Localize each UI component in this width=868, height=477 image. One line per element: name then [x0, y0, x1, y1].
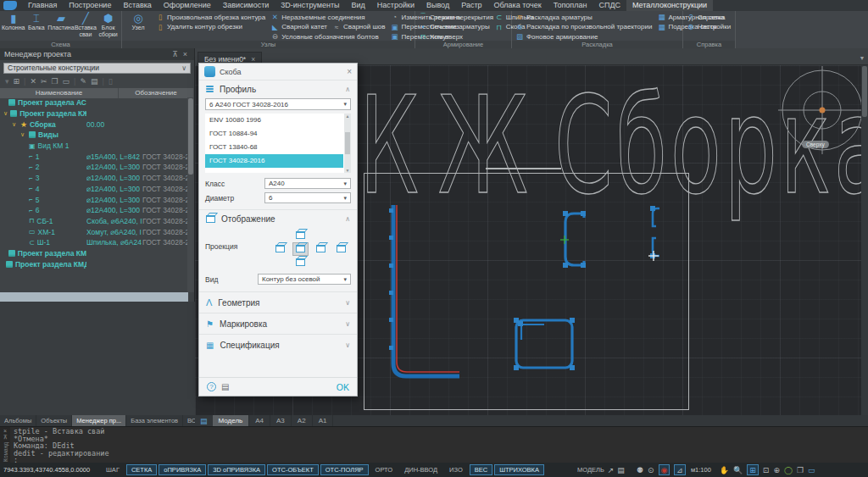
dialog-titlebar[interactable]: Скоба ×: [199, 64, 357, 80]
copy-icon[interactable]: ❐: [52, 77, 58, 86]
expand-icon[interactable]: ∨: [20, 131, 26, 138]
dialog-close-icon[interactable]: ×: [347, 67, 352, 76]
toggle-otrack-object[interactable]: ОТС-ОБЪЕКТ: [267, 464, 319, 475]
plate-button[interactable]: ▰Пластина: [47, 12, 74, 41]
tree-vertical-scrollbar[interactable]: [187, 97, 194, 292]
tree-row[interactable]: ⌐5⌀12А400, L=300ГОСТ 34028-2016: [0, 194, 187, 205]
collapse-icon[interactable]: ∧: [345, 215, 350, 223]
tab-spds[interactable]: СПДС: [593, 0, 626, 11]
beam-button[interactable]: ⌶Балка: [25, 12, 48, 41]
tree-row[interactable]: Проект раздела КМ: [0, 248, 187, 259]
bolt-symbols-button[interactable]: ⊖Условные обозначения болтов: [270, 32, 385, 42]
dialog-help-icon[interactable]: ?: [207, 382, 216, 391]
tab-a4[interactable]: А4: [249, 415, 270, 426]
tab-model[interactable]: Модель: [213, 415, 250, 426]
expand-icon[interactable]: ∨: [12, 121, 18, 128]
diameter-select[interactable]: 6▾: [264, 192, 351, 203]
list-item-selected[interactable]: ГОСТ 34028-2016: [205, 154, 343, 168]
sheet-icon[interactable]: ▤: [617, 466, 625, 474]
list-item[interactable]: ГОСТ 13840-68: [205, 141, 343, 154]
toggle-dyn-input[interactable]: ДИН-ВВОД: [399, 464, 442, 475]
window-icon[interactable]: ⊞: [14, 77, 20, 86]
weld-leg-button[interactable]: ◣Сварной катет: [270, 23, 327, 32]
toggle-otrack-polar[interactable]: ОТС-ПОЛЯР: [320, 464, 369, 475]
tree-row[interactable]: Проект раздела КМД: [0, 258, 187, 269]
tab-objects[interactable]: Объекты: [36, 415, 72, 426]
tree-row[interactable]: ⊓СБ-1Скоба, ⌀6А240, IГОСТ 34028-2016: [0, 216, 187, 227]
tab-list-dropdown-icon[interactable]: ▼: [856, 52, 868, 65]
tree-row[interactable]: ∨Проект раздела КЖ: [0, 108, 187, 119]
tab-vid[interactable]: Вид: [346, 0, 371, 11]
section-profile[interactable]: Профиль ∧: [199, 80, 357, 97]
collapse-icon[interactable]: ∧: [345, 86, 350, 93]
tab-zavisimosti[interactable]: Зависимости: [217, 0, 275, 11]
expand-icon[interactable]: ∨: [345, 341, 350, 349]
section-specification[interactable]: ▦ Спецификация ∨: [199, 334, 357, 355]
tree-row[interactable]: ⊂Ш-1Шпилька, ⌀6А24ГОСТ 34028-2016: [0, 237, 187, 248]
stirrup-button[interactable]: ⊓Хомут: [419, 32, 490, 42]
tree-row[interactable]: ⌐1⌀15А400, L=842ГОСТ 34028-2016: [0, 151, 187, 162]
save-settings-icon[interactable]: ▤: [221, 382, 229, 391]
tree-row[interactable]: ▭ХМ-1Хомут, ⌀6А240, IГОСТ 34028-2016: [0, 226, 187, 237]
zoom-extents-icon[interactable]: ⊡: [763, 466, 770, 474]
tab-albums[interactable]: Альбомы: [0, 415, 36, 426]
tree-row[interactable]: ▣Вид КМ 1: [0, 141, 187, 152]
toggle-ortho[interactable]: ОРТО: [370, 464, 398, 475]
expand-icon[interactable]: ∨: [3, 110, 8, 117]
cascade-windows-icon[interactable]: ❐: [797, 466, 804, 474]
expand-icon[interactable]: ∨: [345, 320, 350, 328]
tab-metallokonstrukcii[interactable]: Металлоконструкции: [626, 0, 713, 11]
settings-button[interactable]: ⚙Настройки: [687, 23, 731, 32]
projection-right-icon[interactable]: [313, 242, 329, 256]
dropdown-icon[interactable]: ▾: [5, 77, 9, 86]
tab-topoplan[interactable]: Топоплан: [548, 0, 593, 11]
tree-row[interactable]: ∨Виды: [0, 130, 187, 141]
tab-a1[interactable]: А1: [313, 415, 334, 426]
assembly-block-button[interactable]: ⬢Блок сборки: [97, 12, 120, 41]
list-item[interactable]: ГОСТ 10884-94: [205, 127, 343, 141]
view-select[interactable]: Контур без осевой▾: [258, 274, 351, 285]
lightbulb-icon[interactable]: ⊙: [648, 466, 654, 474]
tree-row[interactable]: Проект раздела АС: [0, 97, 187, 108]
sheet-icon[interactable]: ▤: [195, 417, 213, 425]
section-display[interactable]: Отображение ∧: [199, 209, 357, 227]
tree-row[interactable]: ⌐2⌀12А400, L=300ГОСТ 34028-2016: [0, 162, 187, 173]
projection-front-icon-selected[interactable]: [292, 242, 309, 256]
tab-postroenie[interactable]: Построение: [63, 0, 117, 11]
project-type-combobox[interactable]: Строительные конструкции∨: [3, 63, 191, 74]
profile-combobox[interactable]: 6 А240 ГОСТ 34028-2016▾: [205, 98, 351, 110]
tab-vyvod[interactable]: Вывод: [420, 0, 455, 11]
column-button[interactable]: ▮Колонна: [2, 12, 25, 41]
tab-glavnaya[interactable]: Главная: [22, 0, 63, 11]
projection-bottom-icon[interactable]: [292, 256, 309, 269]
tree-row[interactable]: ⌐4⌀12А400, L=300ГОСТ 34028-2016: [0, 184, 187, 195]
tree-row[interactable]: ⌐6⌀12А400, L=300ГОСТ 34028-2016: [0, 205, 187, 216]
tree-horizontal-scrollbar[interactable]: [0, 292, 188, 302]
standard-listbox[interactable]: ENV 10080 1996 ГОСТ 10884-94 ГОСТ 13840-…: [205, 114, 351, 173]
projection-back-icon[interactable]: [333, 242, 349, 256]
toggle-step[interactable]: ШАГ: [101, 464, 125, 475]
toggle-3d-osnap[interactable]: 3D оПРИВЯЗКА: [208, 464, 265, 475]
tab-project-manager[interactable]: Менеджер пр...: [72, 415, 126, 426]
background-reinforcement-button[interactable]: ▨Фоновое армирование: [515, 32, 652, 42]
list-icon[interactable]: ▤: [91, 77, 98, 86]
rebar-layout-button[interactable]: ≋Раскладка арматуры: [515, 13, 652, 22]
section-geometry[interactable]: Λ Геометрия ∨: [199, 291, 357, 313]
toggle-grid[interactable]: СЕТКА: [126, 464, 157, 475]
tab-a3[interactable]: А3: [270, 415, 292, 426]
edit-icon[interactable]: ✎: [80, 77, 86, 86]
tab-oformlenie[interactable]: Оформление: [158, 0, 217, 11]
expand-icon[interactable]: ∨: [345, 299, 350, 307]
record-icon[interactable]: ◉: [659, 464, 670, 475]
section-marking[interactable]: ⚑ Маркировка ∨: [199, 313, 357, 334]
close-icon[interactable]: ×: [181, 48, 190, 60]
app-logo[interactable]: [0, 0, 22, 11]
ok-button[interactable]: OK: [337, 382, 349, 392]
arbitrary-contour-trim-button[interactable]: ▯Произвольная обрезка контура: [156, 13, 265, 22]
projection-left-icon[interactable]: [272, 242, 288, 256]
cut-icon[interactable]: ✂: [41, 77, 47, 86]
tab-3d-instrumenty[interactable]: 3D-инструменты: [275, 0, 345, 11]
pin-icon[interactable]: ⊼: [170, 48, 181, 60]
scale-indicator[interactable]: м1:100: [691, 466, 711, 474]
command-history[interactable]: stpile - Вставка свай *Отмена* Команда: …: [10, 427, 868, 463]
